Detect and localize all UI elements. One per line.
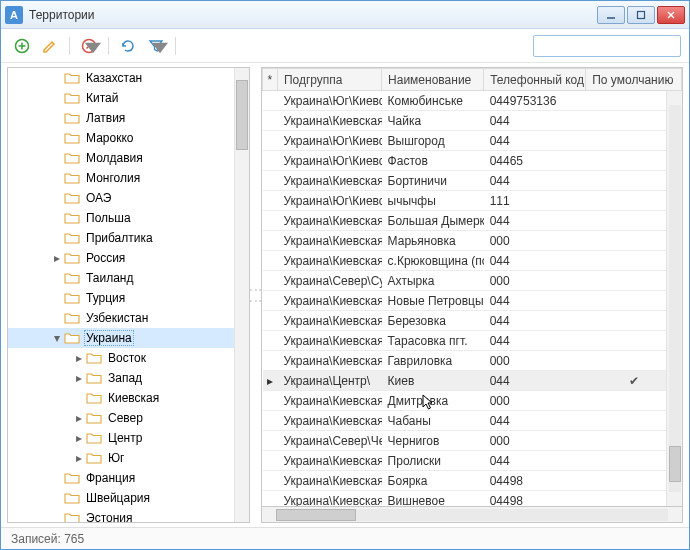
cell-name[interactable]: Ахтырка	[382, 271, 484, 291]
col-header-name[interactable]: Наименование	[382, 69, 484, 91]
splitter[interactable]: ⋮⋮	[252, 63, 259, 527]
table-row[interactable]: Украина\Север\СумскаяАхтырка000	[263, 271, 682, 291]
expand-icon[interactable]: ▸	[50, 251, 64, 265]
tree-item[interactable]: Польша	[8, 208, 234, 228]
cell-phone[interactable]: 000	[484, 391, 586, 411]
cell-phone[interactable]: 000	[484, 271, 586, 291]
cell-name[interactable]: Тарасовка пгт.	[382, 331, 484, 351]
row-selector[interactable]	[263, 131, 278, 151]
table-row[interactable]: Украина\КиевскаяБерезовка044	[263, 311, 682, 331]
table-row[interactable]: Украина\КиевскаяНовые Петровцы044	[263, 291, 682, 311]
refresh-button[interactable]	[115, 33, 141, 59]
table-row[interactable]: Украина\Юг\КиевскаяВышгород044	[263, 131, 682, 151]
row-selector[interactable]	[263, 431, 278, 451]
table-row[interactable]: Украина\КиевскаяТарасовка пгт.044	[263, 331, 682, 351]
cell-subgroup[interactable]: Украина\Киевская	[277, 211, 381, 231]
search-input[interactable]	[538, 39, 690, 53]
cell-subgroup[interactable]: Украина\Киевская	[277, 171, 381, 191]
close-button[interactable]	[657, 6, 685, 24]
tree-item[interactable]: ▸Север	[8, 408, 234, 428]
table-row[interactable]: Украина\Юг\Киевскаяычычфы111	[263, 191, 682, 211]
cell-name[interactable]: Новые Петровцы	[382, 291, 484, 311]
cell-name[interactable]: с.Крюковщина (посёлок)	[382, 251, 484, 271]
scrollbar-thumb[interactable]	[669, 446, 681, 482]
cell-subgroup[interactable]: Украина\Киевская	[277, 231, 381, 251]
cell-subgroup[interactable]: Украина\Север\Черниговская	[277, 431, 381, 451]
expand-icon[interactable]: ▸	[72, 411, 86, 425]
cell-phone[interactable]: 0449753136	[484, 91, 586, 111]
tree-item[interactable]: Марокко	[8, 128, 234, 148]
row-selector-header[interactable]: *	[263, 69, 278, 91]
expand-icon[interactable]: ▸	[72, 351, 86, 365]
cell-name[interactable]: Чабаны	[382, 411, 484, 431]
delete-button[interactable]	[76, 33, 102, 59]
cell-phone[interactable]: 044	[484, 251, 586, 271]
grid-hscrollbar[interactable]	[261, 507, 683, 523]
cell-subgroup[interactable]: Украина\Киевская	[277, 451, 381, 471]
cell-subgroup[interactable]: Украина\Киевская	[277, 491, 381, 508]
table-row[interactable]: Украина\КиевскаяБольшая Дымерка044	[263, 211, 682, 231]
table-row[interactable]: Украина\КиевскаяМарьяновка000	[263, 231, 682, 251]
cell-subgroup[interactable]: Украина\Юг\Киевская	[277, 191, 381, 211]
cell-subgroup[interactable]: Украина\Киевская	[277, 411, 381, 431]
tree-item[interactable]: ▸Запад	[8, 368, 234, 388]
table-row[interactable]: Украина\КиевскаяДмитровка000	[263, 391, 682, 411]
row-selector[interactable]	[263, 451, 278, 471]
row-selector[interactable]	[263, 191, 278, 211]
tree-item[interactable]: Узбекистан	[8, 308, 234, 328]
cell-name[interactable]: Комюбинське	[382, 91, 484, 111]
tree-item[interactable]: ▸Россия	[8, 248, 234, 268]
cell-subgroup[interactable]: Украина\Киевская	[277, 311, 381, 331]
cell-phone[interactable]: 04498	[484, 491, 586, 508]
cell-phone[interactable]: 044	[484, 291, 586, 311]
cell-subgroup[interactable]: Украина\Юг\Киевская	[277, 151, 381, 171]
cell-phone[interactable]: 044	[484, 211, 586, 231]
edit-button[interactable]	[37, 33, 63, 59]
cell-phone[interactable]: 04498	[484, 471, 586, 491]
cell-phone[interactable]: 04465	[484, 151, 586, 171]
cell-name[interactable]: Чайка	[382, 111, 484, 131]
row-selector[interactable]	[263, 411, 278, 431]
table-row[interactable]: ▸Украина\Центр\Киев044✔	[263, 371, 682, 391]
tree-item[interactable]: Китай	[8, 88, 234, 108]
table-row[interactable]: Украина\КиевскаяЧайка044	[263, 111, 682, 131]
tree-item[interactable]: ▾Украина	[8, 328, 234, 348]
table-row[interactable]: Украина\Юг\КиевскаяКомюбинське0449753136	[263, 91, 682, 111]
cell-name[interactable]: Вишневое	[382, 491, 484, 508]
cell-name[interactable]: Вышгород	[382, 131, 484, 151]
cell-phone[interactable]: 000	[484, 431, 586, 451]
expand-icon[interactable]: ▸	[72, 371, 86, 385]
table-row[interactable]: Украина\КиевскаяПролиски044	[263, 451, 682, 471]
filter-button[interactable]	[143, 33, 169, 59]
cell-phone[interactable]: 111	[484, 191, 586, 211]
cell-phone[interactable]: 044	[484, 451, 586, 471]
row-selector[interactable]	[263, 91, 278, 111]
cell-subgroup[interactable]: Украина\Киевская	[277, 111, 381, 131]
cell-phone[interactable]: 044	[484, 371, 586, 391]
row-selector[interactable]	[263, 231, 278, 251]
row-selector[interactable]	[263, 351, 278, 371]
cell-phone[interactable]: 000	[484, 351, 586, 371]
cell-subgroup[interactable]: Украина\Киевская	[277, 391, 381, 411]
cell-name[interactable]: Киев	[382, 371, 484, 391]
cell-name[interactable]: Марьяновка	[382, 231, 484, 251]
tree-item[interactable]: Монголия	[8, 168, 234, 188]
maximize-button[interactable]	[627, 6, 655, 24]
cell-phone[interactable]: 044	[484, 331, 586, 351]
expand-icon[interactable]: ▸	[72, 431, 86, 445]
cell-phone[interactable]: 044	[484, 311, 586, 331]
cell-phone[interactable]: 044	[484, 171, 586, 191]
cell-name[interactable]: Гавриловка	[382, 351, 484, 371]
table-row[interactable]: Украина\Юг\КиевскаяФастов04465	[263, 151, 682, 171]
tree-item[interactable]: Эстония	[8, 508, 234, 522]
tree-item[interactable]: Таиланд	[8, 268, 234, 288]
scrollbar-thumb[interactable]	[236, 80, 248, 150]
cell-name[interactable]: Фастов	[382, 151, 484, 171]
table-row[interactable]: Украина\КиевскаяВишневое04498	[263, 491, 682, 508]
cell-subgroup[interactable]: Украина\Север\Сумская	[277, 271, 381, 291]
tree-item[interactable]: Швейцария	[8, 488, 234, 508]
table-row[interactable]: Украина\Киевскаяс.Крюковщина (посёлок)04…	[263, 251, 682, 271]
row-selector[interactable]	[263, 471, 278, 491]
table-row[interactable]: Украина\КиевскаяБоярка04498	[263, 471, 682, 491]
row-selector[interactable]	[263, 251, 278, 271]
